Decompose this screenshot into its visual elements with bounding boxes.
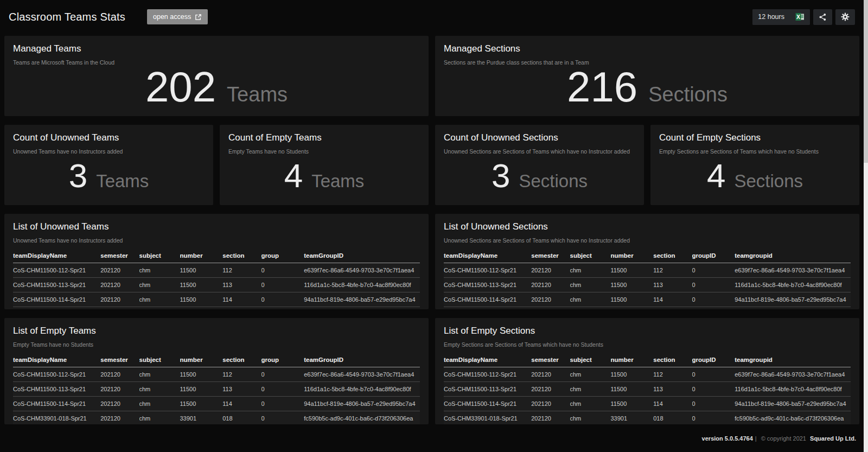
table-row[interactable]: CoS-CHM11500-113-Spr21202120chm115001130… [13, 382, 420, 397]
gear-icon [841, 12, 850, 21]
tile-title: Count of Empty Sections [659, 132, 851, 143]
tiles-grid: Managed Teams Teams are Microsoft Teams … [0, 34, 864, 424]
table-cell: 112 [653, 263, 692, 278]
tile-subtitle: Empty Teams have no Students [228, 148, 420, 155]
column-header-teamdisplayname: teamDisplayName [444, 353, 531, 367]
table-cell: chm [139, 367, 180, 382]
table-cell: CoS-CHM33901-018-Spr21 [444, 411, 531, 425]
table-header-row: teamDisplayNamesemestersubjectnumbersect… [444, 249, 851, 263]
tile-title: List of Unowned Teams [13, 221, 420, 232]
column-header-group: group [261, 353, 304, 367]
tile-subtitle: Empty Sections are Sections of Teams whi… [444, 341, 851, 348]
table-cell: e639f7ec-86a6-4549-9703-3e70c7f1aea4 [735, 263, 851, 278]
column-header-subject: subject [139, 353, 180, 367]
table-cell: fc590b5c-ad9c-401c-ba6c-d73f206306ea [735, 411, 851, 425]
table-cell: 202120 [531, 263, 570, 278]
table-cell: 0 [692, 411, 735, 425]
empty-sections-table: teamDisplayNamesemestersubjectnumbersect… [444, 353, 851, 424]
time-range-button[interactable]: 12 hours [752, 9, 790, 25]
page-title: Classroom Teams Stats [9, 11, 125, 23]
table-cell: 116d1a1c-5bc8-4bfe-b7c0-4ac8f90ec80f [735, 382, 851, 397]
table-row[interactable]: CoS-CHM11500-114-Spr21202120chm115001140… [13, 292, 420, 307]
column-header-teamdisplayname: teamDisplayName [444, 249, 531, 263]
excel-icon: X [795, 12, 805, 21]
table-cell: 0 [692, 382, 735, 397]
share-button[interactable] [813, 9, 832, 25]
table-cell: CoS-CHM11500-113-Spr21 [444, 382, 531, 397]
table-cell: 113 [222, 278, 261, 292]
table-cell: 202120 [531, 292, 570, 307]
table-cell: 11500 [611, 367, 654, 382]
scrollbar[interactable] [864, 0, 868, 452]
excel-export-button[interactable]: X [790, 9, 810, 25]
table-cell: CoS-CHM11500-112-Spr21 [13, 263, 100, 278]
metric-value: 3 [69, 159, 87, 193]
table-cell: e639f7ec-86a6-4549-9703-3e70c7f1aea4 [735, 367, 851, 382]
column-header-subject: subject [570, 249, 611, 263]
column-header-semester: semester [531, 353, 570, 367]
table-row[interactable]: CoS-CHM11500-113-Spr21202120chm115001130… [444, 278, 851, 292]
metric-value: 3 [492, 159, 510, 193]
table-cell: CoS-CHM11500-114-Spr21 [444, 292, 531, 307]
table-cell: 113 [653, 382, 692, 397]
table-row[interactable]: CoS-CHM33901-018-Spr21202120chm339010180… [13, 411, 420, 425]
table-cell: 33901 [180, 411, 223, 425]
table-cell: CoS-CHM11500-113-Spr21 [13, 278, 100, 292]
table-row[interactable]: CoS-CHM11500-112-Spr21202120chm115001120… [13, 367, 420, 382]
table-cell: 94a11bcf-819e-4806-ba57-e29ed95bc7a4 [304, 292, 420, 307]
tile-title: Count of Unowned Teams [13, 132, 205, 143]
table-row[interactable]: CoS-CHM11500-114-Spr21202120chm115001140… [444, 292, 851, 307]
table-cell: e639f7ec-86a6-4549-9703-3e70c7f1aea4 [304, 367, 420, 382]
table-row[interactable]: CoS-CHM33901-018-Spr21202120chm339010180… [444, 411, 851, 425]
tile-subtitle: Empty Teams have no Students [13, 341, 420, 348]
table-cell: 94a11bcf-819e-4806-ba57-e29ed95bc7a4 [735, 292, 851, 307]
version-text: version 5.0.5.4764 [702, 435, 753, 442]
share-icon [819, 13, 827, 21]
table-cell: 202120 [531, 278, 570, 292]
table-cell: 202120 [100, 397, 139, 411]
settings-button[interactable] [835, 9, 855, 25]
column-header-group: group [261, 249, 304, 263]
table-row[interactable]: CoS-CHM11500-114-Spr21202120chm115001140… [444, 397, 851, 411]
column-header-teamgroupid: teamgroupid [735, 353, 851, 367]
tile-title: List of Unowned Sections [444, 221, 851, 232]
table-row[interactable]: CoS-CHM11500-114-Spr21202120chm115001140… [13, 397, 420, 411]
table-cell: 0 [692, 367, 735, 382]
table-cell: CoS-CHM11500-113-Spr21 [13, 382, 100, 397]
tile-subtitle: Unowned Sections are Sections of Teams w… [444, 237, 851, 244]
column-header-semester: semester [531, 249, 570, 263]
table-cell: 11500 [180, 292, 223, 307]
table-cell: 0 [261, 292, 304, 307]
row-empty-lists: List of Empty Teams Empty Teams have no … [4, 318, 859, 424]
table-cell: 11500 [611, 278, 654, 292]
table-row[interactable]: CoS-CHM11500-113-Spr21202120chm115001130… [444, 382, 851, 397]
table-cell: 0 [692, 278, 735, 292]
table-cell: 0 [692, 292, 735, 307]
column-header-teamgroupid: teamGroupID [304, 353, 420, 367]
tile-title: Managed Teams [13, 43, 420, 54]
open-access-button[interactable]: open access [147, 9, 208, 24]
table-cell: e639f7ec-86a6-4549-9703-3e70c7f1aea4 [304, 263, 420, 278]
table-cell: 11500 [611, 397, 654, 411]
tile-count-empty-sections: Count of Empty Sections Empty Sections a… [650, 125, 859, 205]
metric-unit: Sections [519, 172, 588, 190]
timeframe-export-group: 12 hours X [752, 9, 810, 25]
tile-list-unowned-sections: List of Unowned Sections Unowned Section… [435, 214, 859, 309]
scrollbar-thumb[interactable] [864, 0, 868, 163]
table-cell: 112 [653, 367, 692, 382]
column-header-teamdisplayname: teamDisplayName [13, 249, 100, 263]
table-row[interactable]: CoS-CHM11500-112-Spr21202120chm115001120… [444, 263, 851, 278]
column-header-teamgroupid: teamgroupid [735, 249, 851, 263]
table-row[interactable]: CoS-CHM11500-112-Spr21202120chm115001120… [13, 263, 420, 278]
tile-count-unowned-sections: Count of Unowned Sections Unowned Sectio… [435, 125, 644, 205]
unowned-teams-table: teamDisplayNamesemestersubjectnumbersect… [13, 249, 420, 307]
table-cell: chm [570, 411, 611, 425]
table-cell: 11500 [180, 397, 223, 411]
table-cell: 116d1a1c-5bc8-4bfe-b7c0-4ac8f90ec80f [735, 278, 851, 292]
table-row[interactable]: CoS-CHM11500-112-Spr21202120chm115001120… [444, 367, 851, 382]
table-cell: 018 [222, 411, 261, 425]
table-row[interactable]: CoS-CHM11500-113-Spr21202120chm115001130… [13, 278, 420, 292]
table-cell: 94a11bcf-819e-4806-ba57-e29ed95bc7a4 [735, 397, 851, 411]
table-cell: chm [570, 382, 611, 397]
table-cell: 11500 [180, 263, 223, 278]
